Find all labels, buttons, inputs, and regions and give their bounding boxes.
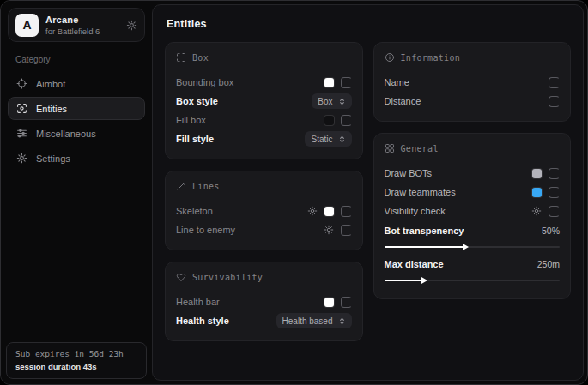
name-checkbox[interactable] — [549, 77, 560, 88]
line-to-enemy-checkbox[interactable] — [341, 225, 352, 236]
row-name: Name — [385, 73, 561, 92]
gear-icon — [16, 153, 27, 164]
draw-bots-checkbox[interactable] — [549, 168, 560, 179]
fill-style-dropdown[interactable]: Static — [305, 131, 351, 147]
slider-fill — [385, 280, 423, 281]
app-name: Arcane — [45, 15, 100, 25]
lines-card: Lines Skeleton — [165, 171, 363, 250]
app-logo: A — [15, 14, 39, 37]
row-box-style: Box style Box — [176, 92, 352, 111]
row-label: Bot transpenency — [385, 226, 464, 236]
sliders-icon — [16, 128, 27, 139]
dropdown-value: Static — [311, 135, 332, 144]
health-bar-checkbox[interactable] — [341, 297, 352, 308]
row-label: Max distance — [385, 259, 444, 269]
row-fill-style: Fill style Static — [176, 129, 352, 148]
color-swatch[interactable] — [532, 188, 542, 197]
app-subtitle: for Battlefield 6 — [45, 27, 100, 36]
dropdown-value: Box — [318, 97, 332, 106]
slider-fill — [385, 246, 464, 248]
row-label: Health bar — [176, 297, 220, 307]
dropdown-value: Health based — [282, 316, 333, 326]
fill-box-checkbox[interactable] — [341, 115, 352, 126]
right-column: Information Name Distance — [373, 42, 572, 299]
heart-icon — [176, 272, 186, 282]
visibility-check-checkbox[interactable] — [549, 206, 560, 217]
sidebar-item-label: Settings — [36, 153, 70, 164]
slider-value: 250m — [537, 259, 560, 269]
bounding-box-checkbox[interactable] — [341, 77, 352, 88]
row-fill-box: Fill box — [176, 111, 352, 129]
sidebar-item-label: Entities — [36, 104, 67, 114]
row-distance: Distance — [385, 92, 561, 111]
pencil-line-icon — [176, 181, 186, 191]
health-style-dropdown[interactable]: Health based — [276, 313, 352, 328]
row-label: Line to enemy — [176, 225, 235, 235]
left-column: Box Bounding box Box style Box — [165, 42, 363, 341]
color-swatch[interactable] — [532, 169, 542, 178]
sidebar-item-entities[interactable]: Entities — [8, 97, 145, 120]
row-health-bar: Health bar — [176, 292, 352, 311]
information-card: Information Name Distance — [373, 42, 572, 122]
box-card: Box Bounding box Box style Box — [165, 42, 363, 159]
box-select-icon — [176, 52, 186, 63]
brand-card: A Arcane for Battlefield 6 — [8, 8, 145, 42]
row-bounding-box: Bounding box — [176, 73, 352, 92]
row-max-distance: Max distance 250m — [385, 255, 561, 274]
max-distance-slider[interactable] — [385, 280, 561, 281]
section-title: General — [401, 144, 439, 153]
skeleton-settings-icon[interactable] — [307, 206, 318, 216]
category-label: Category — [15, 55, 145, 64]
brand-gear-icon[interactable] — [126, 20, 137, 31]
row-draw-teammates: Draw teammates — [385, 183, 561, 202]
row-label: Box style — [176, 96, 218, 106]
row-label: Fill style — [176, 134, 214, 144]
draw-teammates-checkbox[interactable] — [549, 187, 560, 198]
color-swatch[interactable] — [324, 116, 334, 125]
distance-checkbox[interactable] — [549, 96, 560, 107]
section-title: Survivability — [192, 273, 263, 282]
bot-transparency-slider-group: Bot transpenency 50% — [385, 221, 561, 248]
sidebar-nav: Aimbot Entities Miscella — [8, 72, 145, 170]
color-swatch[interactable] — [324, 207, 334, 216]
color-swatch[interactable] — [324, 78, 334, 87]
row-line-to-enemy: Line to enemy — [176, 220, 352, 239]
section-title: Box — [192, 53, 209, 63]
color-swatch[interactable] — [324, 298, 334, 307]
sidebar-item-miscellaneous[interactable]: Miscellaneous — [8, 122, 145, 145]
survivability-card: Survivability Health bar Health style He… — [165, 262, 363, 341]
info-icon — [385, 52, 395, 63]
subscription-info: Sub expires in 56d 23h session duration … — [6, 342, 147, 379]
chevrons-up-down-icon — [338, 317, 346, 325]
sidebar-item-aimbot[interactable]: Aimbot — [8, 72, 145, 95]
crosshair-icon — [16, 78, 27, 89]
sidebar-item-label: Miscellaneous — [36, 129, 96, 139]
row-label: Visibility check — [385, 206, 446, 216]
skeleton-checkbox[interactable] — [341, 206, 352, 217]
bot-transparency-slider[interactable] — [385, 246, 561, 248]
sidebar: A Arcane for Battlefield 6 Category — [1, 1, 152, 384]
scan-eye-icon — [16, 103, 27, 114]
slider-value: 50% — [542, 226, 560, 236]
section-title: Information — [401, 53, 461, 63]
row-draw-bots: Draw BOTs — [385, 164, 561, 183]
sidebar-item-settings[interactable]: Settings — [8, 147, 145, 170]
row-bot-transparency: Bot transpenency 50% — [385, 221, 561, 240]
general-card: General Draw BOTs Draw teammates — [373, 133, 572, 299]
row-visibility-check: Visibility check — [385, 202, 561, 220]
chevrons-up-down-icon — [338, 135, 346, 143]
visibility-check-settings-icon[interactable] — [531, 206, 542, 216]
main-panel: Entities Box Bounding box — [152, 4, 584, 381]
sidebar-item-label: Aimbot — [36, 79, 65, 89]
app-window: A Arcane for Battlefield 6 Category — [0, 0, 588, 385]
row-label: Draw BOTs — [385, 168, 433, 178]
box-style-dropdown[interactable]: Box — [312, 93, 351, 109]
row-label: Health style — [176, 316, 229, 326]
session-duration-text: session duration 43s — [15, 362, 137, 371]
row-label: Fill box — [176, 115, 206, 125]
sub-expiry-text: Sub expires in 56d 23h — [15, 349, 137, 358]
line-to-enemy-settings-icon[interactable] — [324, 225, 334, 235]
row-skeleton: Skeleton — [176, 202, 352, 220]
page-title: Entities — [167, 18, 571, 30]
chevrons-up-down-icon — [338, 98, 346, 105]
